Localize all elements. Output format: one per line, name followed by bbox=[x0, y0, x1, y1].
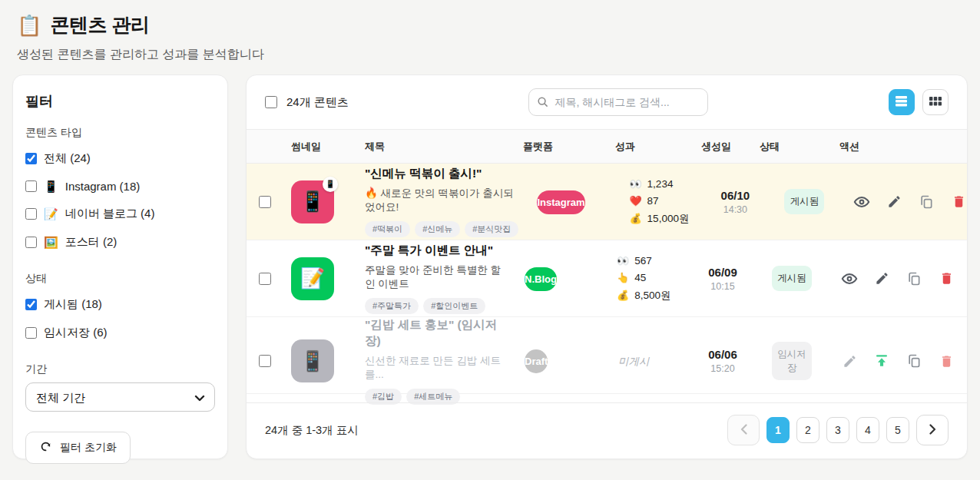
delete-button[interactable] bbox=[938, 353, 955, 369]
search-input[interactable] bbox=[528, 88, 708, 116]
list-view-icon bbox=[895, 95, 908, 109]
created-date: 06/06 bbox=[694, 348, 752, 361]
filter-option-naver-blog[interactable]: 📝 네이버 블로그 (4) bbox=[25, 200, 215, 228]
delete-button[interactable] bbox=[950, 194, 967, 210]
page-header: 📋 콘텐츠 관리 생성된 콘텐츠를 관리하고 성과를 분석합니다 bbox=[0, 0, 980, 63]
next-page-button[interactable] bbox=[916, 415, 949, 445]
table-footer: 24개 중 1-3개 표시 1 2 3 4 5 bbox=[247, 402, 967, 458]
filter-option-label: 게시됨 (18) bbox=[44, 297, 102, 312]
checkbox-instagram[interactable] bbox=[25, 180, 37, 192]
revenue-amount: 15,000원 bbox=[647, 212, 690, 226]
copy-button[interactable] bbox=[918, 194, 935, 210]
content-description: 주말을 맞아 준비한 특별한 할인 이벤트 bbox=[365, 263, 506, 291]
content-list-panel: 24개 콘텐츠 bbox=[246, 74, 968, 459]
delete-button[interactable] bbox=[938, 270, 955, 287]
views-count: 567 bbox=[634, 255, 652, 266]
filter-reset-label: 필터 초기화 bbox=[60, 441, 117, 455]
hashtag: #분식맛집 bbox=[465, 221, 518, 237]
revenue-amount: 8,500원 bbox=[634, 289, 670, 303]
thumbnail: 📱 bbox=[291, 339, 334, 382]
row-checkbox[interactable] bbox=[259, 355, 271, 367]
page-button-1[interactable]: 1 bbox=[766, 417, 790, 443]
platform-pill: Instagram bbox=[537, 190, 584, 214]
hashtag: #할인이벤트 bbox=[423, 298, 485, 314]
content-title: "주말 특가 이벤트 안내" bbox=[365, 243, 506, 259]
filter-option-instagram[interactable]: 📱 Instagram (18) bbox=[25, 173, 215, 200]
period-select[interactable]: 전체 기간 bbox=[25, 382, 215, 412]
filter-reset-button[interactable]: 필터 초기화 bbox=[25, 432, 131, 464]
views-count: 1,234 bbox=[647, 178, 674, 190]
content-title: "신메뉴 떡볶이 출시!" bbox=[365, 166, 518, 182]
unpublished-label: 미게시 bbox=[608, 356, 650, 367]
column-header-title: 제목 bbox=[357, 140, 515, 154]
row-checkbox[interactable] bbox=[259, 273, 271, 285]
mobile-phone-icon: 📱 bbox=[44, 180, 58, 192]
page-button-4[interactable]: 4 bbox=[856, 417, 879, 443]
pointing-up-icon: 👆 bbox=[617, 273, 629, 283]
filter-panel: 필터 콘텐츠 타입 전체 (24) 📱 Instagram (18) 📝 네이버… bbox=[12, 74, 228, 459]
grid-view-icon bbox=[929, 97, 942, 108]
copy-button[interactable] bbox=[906, 270, 922, 287]
filter-option-published[interactable]: 게시됨 (18) bbox=[25, 290, 215, 319]
status-badge: 임시저장 bbox=[772, 342, 812, 380]
filter-group-status: 상태 게시됨 (18) 임시저장 (6) bbox=[25, 272, 215, 347]
checkbox-poster[interactable] bbox=[25, 237, 37, 248]
column-header-performance: 성과 bbox=[608, 140, 694, 154]
filter-option-all[interactable]: 전체 (24) bbox=[25, 144, 215, 173]
money-bag-icon: 💰 bbox=[617, 290, 629, 300]
edit-button[interactable] bbox=[873, 270, 890, 287]
view-button[interactable] bbox=[841, 270, 858, 287]
column-header-action: 액션 bbox=[832, 140, 967, 154]
created-time: 15:20 bbox=[694, 363, 752, 374]
pagination: 1 2 3 4 5 bbox=[727, 415, 949, 445]
filter-option-label: Instagram (18) bbox=[65, 180, 141, 193]
chevron-left-icon bbox=[740, 424, 747, 437]
content-type-label: 콘텐츠 타입 bbox=[25, 126, 215, 140]
publish-button[interactable] bbox=[873, 353, 890, 369]
filter-option-poster[interactable]: 🖼️ 포스터 (2) bbox=[25, 228, 215, 257]
created-date: 06/10 bbox=[706, 189, 764, 202]
content-description: 🔥 새로운 맛의 떡볶이가 출시되었어요! bbox=[365, 187, 518, 214]
prev-page-button[interactable] bbox=[727, 415, 760, 445]
checkbox-draft[interactable] bbox=[25, 327, 37, 339]
select-all-checkbox[interactable] bbox=[265, 96, 277, 108]
eyes-icon: 👀 bbox=[617, 256, 629, 266]
view-button[interactable] bbox=[853, 194, 870, 210]
page-button-3[interactable]: 3 bbox=[826, 417, 849, 443]
checkbox-naver-blog[interactable] bbox=[25, 208, 37, 220]
likes-count: 87 bbox=[647, 195, 659, 207]
checkbox-published[interactable] bbox=[25, 299, 37, 310]
toolbar: 24개 콘텐츠 bbox=[247, 75, 967, 130]
mobile-phone-icon: 📱 bbox=[300, 349, 325, 373]
checkbox-all[interactable] bbox=[25, 153, 37, 164]
performance-stats: 👀1,234 ❤️87 💰15,000원 bbox=[620, 178, 706, 226]
memo-icon: 📝 bbox=[44, 208, 58, 220]
grid-view-button[interactable] bbox=[922, 89, 949, 115]
page-button-2[interactable]: 2 bbox=[796, 417, 819, 443]
pagination-summary: 24개 중 1-3개 표시 bbox=[265, 423, 359, 438]
money-bag-icon: 💰 bbox=[629, 214, 641, 223]
table-row: 📱 "김밥 세트 홍보" (임시저장) 신선한 재료로 만든 김밥 세트를...… bbox=[247, 317, 967, 394]
mobile-phone-icon: 📱 bbox=[300, 190, 325, 214]
page-button-5[interactable]: 5 bbox=[886, 417, 909, 443]
filter-group-content-type: 콘텐츠 타입 전체 (24) 📱 Instagram (18) 📝 네이버 블로… bbox=[25, 126, 215, 257]
copy-button[interactable] bbox=[906, 353, 922, 369]
filter-option-draft[interactable]: 임시저장 (6) bbox=[25, 319, 215, 347]
filter-option-label: 네이버 블로그 (4) bbox=[65, 207, 155, 221]
created-time: 14:30 bbox=[706, 204, 764, 215]
status-badge: 게시됨 bbox=[784, 189, 824, 214]
memo-icon: 📝 bbox=[300, 266, 325, 290]
created-date: 06/09 bbox=[694, 266, 752, 279]
column-header-date: 생성일 bbox=[694, 140, 752, 154]
filter-group-period: 기간 전체 기간 bbox=[25, 362, 215, 412]
clipboard-icon: 📋 bbox=[17, 15, 41, 35]
row-checkbox[interactable] bbox=[259, 196, 271, 208]
filter-option-label: 임시저장 (6) bbox=[44, 326, 108, 340]
list-view-button[interactable] bbox=[889, 89, 915, 115]
edit-button[interactable] bbox=[886, 194, 902, 210]
hashtag: #신메뉴 bbox=[415, 221, 460, 237]
view-toggle bbox=[889, 89, 949, 115]
status-badge: 게시됨 bbox=[772, 266, 812, 290]
edit-button[interactable] bbox=[841, 353, 858, 369]
search-icon bbox=[537, 96, 548, 111]
